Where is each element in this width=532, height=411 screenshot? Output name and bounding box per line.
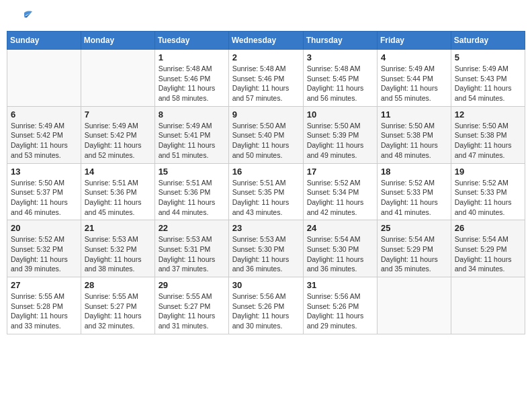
calendar-cell [451,277,525,334]
calendar-cell: 17Sunrise: 5:52 AMSunset: 5:34 PMDayligh… [303,163,377,220]
calendar-cell: 2Sunrise: 5:48 AMSunset: 5:46 PMDaylight… [228,50,303,107]
day-number: 30 [232,280,300,290]
weekday-header-wednesday: Wednesday [228,32,303,50]
day-number: 18 [381,167,447,177]
calendar-cell [378,277,451,334]
calendar-cell: 20Sunrise: 5:52 AMSunset: 5:32 PMDayligh… [7,220,81,277]
weekday-header-monday: Monday [81,32,154,50]
day-info: Sunrise: 5:53 AMSunset: 5:32 PMDaylight:… [85,234,151,274]
day-number: 4 [381,52,447,62]
day-info: Sunrise: 5:52 AMSunset: 5:34 PMDaylight:… [307,178,373,218]
calendar-cell: 11Sunrise: 5:50 AMSunset: 5:38 PMDayligh… [378,106,451,163]
calendar-cell: 4Sunrise: 5:49 AMSunset: 5:44 PMDaylight… [378,50,451,107]
day-info: Sunrise: 5:55 AMSunset: 5:27 PMDaylight:… [159,291,225,331]
day-info: Sunrise: 5:48 AMSunset: 5:45 PMDaylight:… [307,64,373,103]
day-number: 16 [232,167,300,177]
calendar-cell: 6Sunrise: 5:49 AMSunset: 5:42 PMDaylight… [7,106,81,163]
calendar-cell: 7Sunrise: 5:49 AMSunset: 5:42 PMDaylight… [81,106,154,163]
calendar-cell: 15Sunrise: 5:51 AMSunset: 5:36 PMDayligh… [154,163,228,220]
calendar-table: SundayMondayTuesdayWednesdayThursdayFrid… [7,31,525,334]
calendar-cell: 31Sunrise: 5:56 AMSunset: 5:26 PMDayligh… [303,277,377,334]
day-number: 13 [11,167,77,177]
day-number: 7 [85,109,151,120]
day-info: Sunrise: 5:48 AMSunset: 5:46 PMDaylight:… [159,64,225,103]
day-info: Sunrise: 5:49 AMSunset: 5:42 PMDaylight:… [85,121,151,161]
day-info: Sunrise: 5:51 AMSunset: 5:36 PMDaylight:… [85,178,151,218]
day-number: 26 [455,223,521,233]
day-info: Sunrise: 5:53 AMSunset: 5:31 PMDaylight:… [159,234,225,274]
day-info: Sunrise: 5:49 AMSunset: 5:42 PMDaylight:… [11,121,77,161]
day-number: 12 [455,109,521,120]
day-number: 28 [85,280,151,290]
calendar-cell: 22Sunrise: 5:53 AMSunset: 5:31 PMDayligh… [154,220,228,277]
day-info: Sunrise: 5:54 AMSunset: 5:29 PMDaylight:… [455,234,521,274]
day-number: 21 [85,223,151,233]
day-number: 25 [381,223,447,233]
page-header [7,7,525,26]
calendar-week-row: 1Sunrise: 5:48 AMSunset: 5:46 PMDaylight… [7,50,525,107]
weekday-header-thursday: Thursday [303,32,377,50]
weekday-header-saturday: Saturday [451,32,525,50]
day-number: 5 [455,52,521,62]
day-info: Sunrise: 5:48 AMSunset: 5:46 PMDaylight:… [232,64,300,103]
day-info: Sunrise: 5:53 AMSunset: 5:30 PMDaylight:… [232,234,300,274]
calendar-cell: 10Sunrise: 5:50 AMSunset: 5:39 PMDayligh… [303,106,377,163]
calendar-cell: 16Sunrise: 5:51 AMSunset: 5:35 PMDayligh… [228,163,303,220]
calendar-cell [81,50,154,107]
calendar-cell: 9Sunrise: 5:50 AMSunset: 5:40 PMDaylight… [228,106,303,163]
day-number: 19 [455,167,521,177]
calendar-cell: 30Sunrise: 5:56 AMSunset: 5:26 PMDayligh… [228,277,303,334]
day-number: 9 [232,109,300,120]
calendar-cell: 23Sunrise: 5:53 AMSunset: 5:30 PMDayligh… [228,220,303,277]
day-info: Sunrise: 5:56 AMSunset: 5:26 PMDaylight:… [307,291,373,331]
weekday-header-friday: Friday [378,32,451,50]
calendar-cell: 18Sunrise: 5:52 AMSunset: 5:33 PMDayligh… [378,163,451,220]
day-number: 14 [85,167,151,177]
day-number: 29 [159,280,225,290]
day-number: 31 [307,280,373,290]
calendar-cell: 1Sunrise: 5:48 AMSunset: 5:46 PMDaylight… [154,50,228,107]
weekday-header-sunday: Sunday [7,32,81,50]
day-number: 23 [232,223,300,233]
calendar-cell: 26Sunrise: 5:54 AMSunset: 5:29 PMDayligh… [451,220,525,277]
calendar-week-row: 27Sunrise: 5:55 AMSunset: 5:28 PMDayligh… [7,277,525,334]
day-number: 15 [159,167,225,177]
day-info: Sunrise: 5:54 AMSunset: 5:29 PMDaylight:… [381,234,447,274]
day-number: 24 [307,223,373,233]
day-info: Sunrise: 5:56 AMSunset: 5:26 PMDaylight:… [232,291,300,331]
calendar-cell: 8Sunrise: 5:49 AMSunset: 5:41 PMDaylight… [154,106,228,163]
day-info: Sunrise: 5:50 AMSunset: 5:39 PMDaylight:… [307,121,373,161]
day-number: 22 [159,223,225,233]
day-info: Sunrise: 5:54 AMSunset: 5:30 PMDaylight:… [307,234,373,274]
day-number: 17 [307,167,373,177]
calendar-week-row: 20Sunrise: 5:52 AMSunset: 5:32 PMDayligh… [7,220,525,277]
day-info: Sunrise: 5:49 AMSunset: 5:41 PMDaylight:… [159,121,225,161]
calendar-cell: 19Sunrise: 5:52 AMSunset: 5:33 PMDayligh… [451,163,525,220]
calendar-cell: 21Sunrise: 5:53 AMSunset: 5:32 PMDayligh… [81,220,154,277]
day-info: Sunrise: 5:50 AMSunset: 5:37 PMDaylight:… [11,178,77,218]
calendar-cell: 27Sunrise: 5:55 AMSunset: 5:28 PMDayligh… [7,277,81,334]
calendar-cell: 29Sunrise: 5:55 AMSunset: 5:27 PMDayligh… [154,277,228,334]
day-info: Sunrise: 5:50 AMSunset: 5:38 PMDaylight:… [455,121,521,161]
calendar-cell: 5Sunrise: 5:49 AMSunset: 5:43 PMDaylight… [451,50,525,107]
day-info: Sunrise: 5:50 AMSunset: 5:40 PMDaylight:… [232,121,300,161]
day-number: 11 [381,109,447,120]
day-number: 20 [11,223,77,233]
day-info: Sunrise: 5:52 AMSunset: 5:33 PMDaylight:… [455,178,521,218]
day-number: 6 [11,109,77,120]
calendar-cell: 24Sunrise: 5:54 AMSunset: 5:30 PMDayligh… [303,220,377,277]
day-number: 3 [307,52,373,62]
weekday-header-row: SundayMondayTuesdayWednesdayThursdayFrid… [7,32,525,50]
day-info: Sunrise: 5:52 AMSunset: 5:33 PMDaylight:… [381,178,447,218]
day-number: 1 [159,52,225,62]
calendar-week-row: 13Sunrise: 5:50 AMSunset: 5:37 PMDayligh… [7,163,525,220]
day-info: Sunrise: 5:55 AMSunset: 5:27 PMDaylight:… [85,291,151,331]
calendar-cell [7,50,81,107]
weekday-header-tuesday: Tuesday [154,32,228,50]
day-number: 8 [159,109,225,120]
day-number: 10 [307,109,373,120]
day-info: Sunrise: 5:49 AMSunset: 5:44 PMDaylight:… [381,64,447,103]
day-number: 27 [11,280,77,290]
calendar-cell: 12Sunrise: 5:50 AMSunset: 5:38 PMDayligh… [451,106,525,163]
day-info: Sunrise: 5:49 AMSunset: 5:43 PMDaylight:… [455,64,521,103]
